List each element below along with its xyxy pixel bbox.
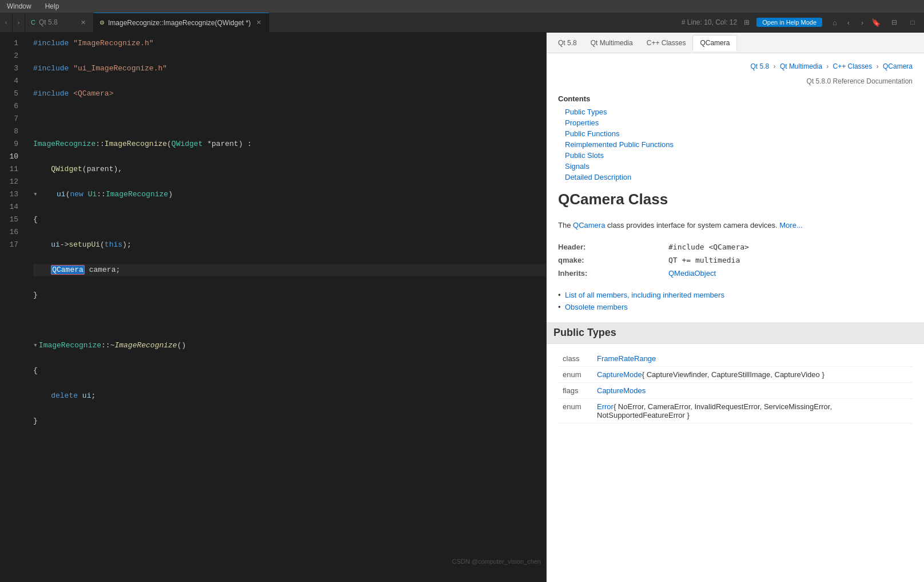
contents-section: Contents Public Types Properties Public … bbox=[558, 94, 913, 181]
breadcrumb-multimedia[interactable]: Qt Multimedia bbox=[780, 62, 822, 70]
api-row-capturemode: enum CaptureMode{ CaptureViewfinder, Cap… bbox=[558, 366, 913, 382]
meta-table: Header: #include <QCamera> qmake: QT += … bbox=[558, 240, 913, 280]
meta-qmake-value: QT += multimedia bbox=[668, 254, 913, 267]
contents-list: Public Types Properties Public Functions… bbox=[558, 108, 913, 181]
api-row-capturemodes: flags CaptureModes bbox=[558, 382, 913, 398]
contents-item-public-slots[interactable]: Public Slots bbox=[565, 151, 913, 160]
api-row-error: enum Error{ NoError, CameraError, Invali… bbox=[558, 398, 913, 423]
tab-imagecpp[interactable]: C Qt 5.8 ✕ bbox=[25, 13, 94, 32]
error-link[interactable]: Error bbox=[597, 402, 614, 411]
contents-item-signals[interactable]: Signals bbox=[565, 162, 913, 171]
split-icon[interactable]: ⊟ bbox=[889, 17, 900, 28]
obsolete-members-link[interactable]: Obsolete members bbox=[565, 303, 628, 311]
toolbar-icons: ⌂ ‹ › 🔖 bbox=[829, 17, 882, 28]
help-tab-cppclasses[interactable]: C++ Classes bbox=[640, 35, 693, 50]
contents-link-signals[interactable]: Signals bbox=[565, 162, 590, 171]
help-mode-button[interactable]: Open in Help Mode bbox=[756, 18, 822, 27]
menu-window[interactable]: Window bbox=[5, 1, 34, 11]
ln-11: 11 bbox=[0, 163, 24, 176]
contents-link-public-functions[interactable]: Public Functions bbox=[565, 129, 619, 138]
meta-header-value: #include <QCamera> bbox=[668, 240, 913, 254]
api-row-frameraterage: class FrameRateRange bbox=[558, 351, 913, 367]
all-members-item[interactable]: List of all members, including inherited… bbox=[558, 289, 913, 301]
code-editor[interactable]: #include "ImageRecognize.h" #include "ui… bbox=[29, 33, 546, 582]
contents-item-public-types[interactable]: Public Types bbox=[565, 108, 913, 116]
contents-item-properties[interactable]: Properties bbox=[565, 118, 913, 127]
code-line-17 bbox=[33, 440, 546, 453]
capturemode-link[interactable]: CaptureMode bbox=[597, 370, 642, 379]
contents-item-public-functions[interactable]: Public Functions bbox=[565, 129, 913, 138]
help-tabs: Qt 5.8 Qt Multimedia C++ Classes QCamera bbox=[547, 33, 924, 53]
tab-cpp-icon: C bbox=[31, 19, 35, 26]
tab-bar: ‹ › C Qt 5.8 ✕ ⚙ ImageRecognize::ImageRe… bbox=[0, 13, 924, 33]
help-tab-qcamera[interactable]: QCamera bbox=[692, 35, 737, 51]
back-icon[interactable]: ‹ bbox=[843, 17, 854, 28]
ln-14: 14 bbox=[0, 201, 24, 213]
tab-cpp-close[interactable]: ✕ bbox=[78, 18, 87, 27]
ln-5: 5 bbox=[0, 88, 24, 100]
contents-link-reimplemented[interactable]: Reimplemented Public Functions bbox=[565, 140, 674, 149]
ln-1: 1 bbox=[0, 37, 24, 50]
code-line-10: QCamera camera; bbox=[33, 264, 546, 276]
ln-17: 17 bbox=[0, 239, 24, 251]
contents-link-detailed[interactable]: Detailed Description bbox=[565, 173, 631, 181]
menu-help[interactable]: Help bbox=[43, 1, 62, 11]
code-line-1: #include "ImageRecognize.h" bbox=[33, 37, 546, 50]
forward-icon[interactable]: › bbox=[857, 17, 868, 28]
tab-fn-close[interactable]: ✕ bbox=[254, 18, 263, 27]
public-types-table: class FrameRateRange enum CaptureMode{ C… bbox=[558, 351, 913, 423]
bookmark-icon[interactable]: 🔖 bbox=[870, 17, 882, 28]
tab-cpp-label: Qt 5.8 bbox=[39, 18, 58, 26]
help-tab-qt58[interactable]: Qt 5.8 bbox=[551, 35, 584, 50]
maximize-icon[interactable]: □ bbox=[907, 17, 918, 28]
help-tab-multimedia[interactable]: Qt Multimedia bbox=[584, 35, 640, 50]
breadcrumb-qcamera[interactable]: QCamera bbox=[883, 62, 913, 70]
all-members-link[interactable]: List of all members, including inherited… bbox=[565, 291, 724, 299]
capturemode-extra: { CaptureViewfinder, CaptureStillImage, … bbox=[642, 370, 825, 379]
tab-back-btn[interactable]: ‹ bbox=[0, 13, 13, 32]
ln-8: 8 bbox=[0, 125, 24, 138]
code-line-16: } bbox=[33, 415, 546, 427]
tab-fn-icon: ⚙ bbox=[99, 19, 105, 26]
api-name-error: Error{ NoError, CameraError, InvalidRequ… bbox=[592, 398, 913, 423]
obsolete-members-item[interactable]: Obsolete members bbox=[558, 301, 913, 313]
ln-12: 12 bbox=[0, 176, 24, 188]
capturemodes-link[interactable]: CaptureModes bbox=[597, 386, 646, 395]
ln-2: 2 bbox=[0, 50, 24, 62]
frameraterage-link[interactable]: FrameRateRange bbox=[597, 354, 656, 363]
code-line-8: { bbox=[33, 213, 546, 226]
code-line-14: { bbox=[33, 365, 546, 377]
api-name-frameraterage: FrameRateRange bbox=[592, 351, 913, 367]
api-name-capturemodes: CaptureModes bbox=[592, 382, 913, 398]
ln-16: 16 bbox=[0, 226, 24, 239]
breadcrumb-qt58[interactable]: Qt 5.8 bbox=[751, 62, 770, 70]
expand-icon[interactable]: ⊞ bbox=[744, 18, 750, 26]
meta-qmake-label: qmake: bbox=[558, 254, 668, 267]
tab-fn-label: ImageRecognize::ImageRecognize(QWidget *… bbox=[108, 19, 250, 27]
contents-link-public-slots[interactable]: Public Slots bbox=[565, 151, 604, 160]
public-types-header: Public Types bbox=[547, 322, 924, 344]
meta-inherits-value[interactable]: QMediaObject bbox=[668, 267, 913, 280]
home-icon[interactable]: ⌂ bbox=[829, 17, 841, 28]
ln-3: 3 bbox=[0, 62, 24, 75]
breadcrumb-sep1: › bbox=[774, 62, 778, 70]
code-line-12 bbox=[33, 314, 546, 327]
contents-item-detailed[interactable]: Detailed Description bbox=[565, 173, 913, 181]
line-numbers: 1 2 3 4 5 6 7 8 9 10 11 12 13 14 15 16 1… bbox=[0, 33, 29, 582]
more-link[interactable]: More... bbox=[779, 221, 802, 229]
tab-forward-btn[interactable]: › bbox=[13, 13, 25, 32]
qcamera-link[interactable]: QCamera bbox=[573, 221, 605, 229]
breadcrumb: Qt 5.8 › Qt Multimedia › C++ Classes › Q… bbox=[558, 62, 913, 70]
meta-row-qmake: qmake: QT += multimedia bbox=[558, 254, 913, 267]
api-kind-enum1: enum bbox=[558, 366, 592, 382]
tab-imagefn[interactable]: ⚙ ImageRecognize::ImageRecognize(QWidget… bbox=[94, 13, 269, 32]
breadcrumb-sep3: › bbox=[877, 62, 881, 70]
contents-item-reimplemented[interactable]: Reimplemented Public Functions bbox=[565, 140, 913, 149]
contents-link-public-types[interactable]: Public Types bbox=[565, 108, 607, 116]
contents-link-properties[interactable]: Properties bbox=[565, 118, 599, 127]
desc-suffix: class provides interface for system came… bbox=[605, 221, 777, 229]
main-area: 1 2 3 4 5 6 7 8 9 10 11 12 13 14 15 16 1… bbox=[0, 33, 924, 582]
inherits-link[interactable]: QMediaObject bbox=[668, 269, 716, 278]
code-line-4 bbox=[33, 113, 546, 125]
breadcrumb-cppclasses[interactable]: C++ Classes bbox=[833, 62, 873, 70]
